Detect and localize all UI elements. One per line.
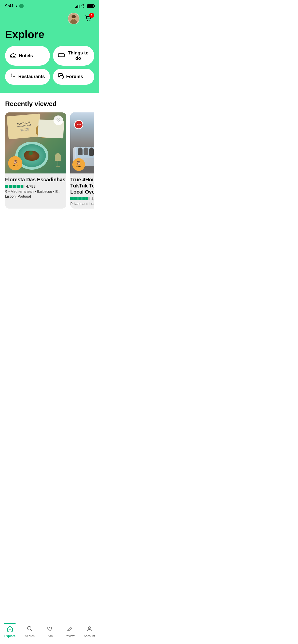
header: 1 <box>0 11 99 28</box>
people <box>78 148 94 156</box>
svg-rect-25 <box>86 197 88 200</box>
restaurants-button[interactable]: Restaurants <box>5 69 50 85</box>
card-2-image: ZONA 🦉 <box>70 112 94 173</box>
stop-sign: ZONA <box>74 120 83 129</box>
svg-rect-14 <box>5 185 8 188</box>
card-2-count: 1,309 <box>91 196 94 201</box>
wifi-icon <box>81 4 86 8</box>
card-1-count: 4,788 <box>26 184 36 188</box>
status-icons <box>75 4 94 8</box>
cart-badge: 1 <box>89 13 94 18</box>
tripadvisor-badge-2: 🦉 2023 <box>72 158 85 171</box>
card-2-title-line1: True 4Hour/Hal... <box>70 177 94 182</box>
badge-year-2: 2023 <box>76 166 81 168</box>
recently-viewed-title: Recently viewed <box>5 100 94 108</box>
svg-rect-8 <box>11 56 12 57</box>
time-display: 9:41 <box>5 4 14 9</box>
svg-rect-11 <box>58 54 64 57</box>
card-2-meta: Private and Luxury <box>70 202 94 206</box>
svg-rect-15 <box>9 185 12 188</box>
card-tuktuk[interactable]: ZONA 🦉 <box>70 112 94 209</box>
card-2-title-line3: Local Overview! <box>70 189 94 195</box>
svg-rect-21 <box>74 197 78 200</box>
svg-rect-9 <box>13 56 14 57</box>
wine-glass <box>55 153 61 168</box>
card-1-meta: ₹ • Mediterranean • Barbecue • E... <box>5 189 66 194</box>
hotels-icon <box>10 53 16 59</box>
things-to-do-button[interactable]: Things to do <box>53 46 94 66</box>
avatar[interactable] <box>68 13 79 24</box>
forums-label: Forums <box>66 74 83 79</box>
hero-section: Explore Hotels Thi <box>0 28 99 93</box>
svg-rect-13 <box>60 76 63 78</box>
svg-point-5 <box>87 20 88 21</box>
explore-title: Explore <box>5 28 94 41</box>
svg-rect-16 <box>13 185 17 188</box>
hotels-button[interactable]: Hotels <box>5 46 50 66</box>
svg-rect-23 <box>82 197 86 200</box>
restaurants-label: Restaurants <box>18 74 45 79</box>
main-content: Recently viewed PORTUGAL Places to visit… <box>0 93 99 237</box>
chat-icon <box>58 73 64 80</box>
recently-viewed-cards[interactable]: PORTUGAL Places to visit ━━━━━━━━ ITINER… <box>5 112 94 212</box>
status-bar: 9:41 ▲ <box>0 0 99 11</box>
tripadvisor-badge-1: 🦉 2023 <box>8 156 22 170</box>
svg-rect-19 <box>21 185 23 188</box>
card-2-rating: 1,309 <box>70 196 94 201</box>
svg-point-6 <box>89 20 90 21</box>
card-2-name: True 4Hour/Hal... TukTuk Tour of L... Lo… <box>70 177 94 195</box>
favorite-button-1[interactable]: ♡ <box>53 115 63 125</box>
cart-button[interactable]: 1 <box>83 13 94 24</box>
things-to-do-label: Things to do <box>67 50 89 61</box>
hotels-label: Hotels <box>19 53 33 58</box>
forums-button[interactable]: Forums <box>53 69 94 85</box>
svg-rect-20 <box>70 197 74 200</box>
card-2-title-line2: TukTuk Tour of L... <box>70 183 94 188</box>
live-indicator <box>19 4 24 8</box>
ta-owl-icon: 🦉 <box>13 160 18 164</box>
stars-2 <box>70 197 90 200</box>
svg-rect-22 <box>78 197 82 200</box>
svg-rect-10 <box>14 56 15 57</box>
card-1-info: Floresta Das Escadinhas 4,788 <box>5 173 66 200</box>
svg-rect-17 <box>17 185 20 188</box>
card-1-name: Floresta Das Escadinhas <box>5 177 66 183</box>
signal-icon <box>75 4 79 8</box>
card-floresta[interactable]: PORTUGAL Places to visit ━━━━━━━━ ITINER… <box>5 112 66 209</box>
status-time: 9:41 ▲ <box>5 4 24 9</box>
badge-year-1: 2023 <box>13 165 18 167</box>
ticket-icon <box>58 53 65 59</box>
card-1-rating: 4,788 <box>5 184 66 188</box>
stars-1 <box>5 185 24 188</box>
card-2-info: True 4Hour/Hal... TukTuk Tour of L... Lo… <box>70 173 94 209</box>
portugal-paper: PORTUGAL Places to visit ━━━━━━━━ ITINER… <box>7 114 42 139</box>
battery-icon <box>87 4 94 8</box>
ta-owl-icon-2: 🦉 <box>76 161 81 166</box>
category-grid: Hotels Things to do Restaur <box>5 46 94 85</box>
fork-knife-icon <box>10 73 16 80</box>
card-1-location: Lisbon, Portugal <box>5 194 66 198</box>
location-arrow-icon: ▲ <box>15 4 18 8</box>
